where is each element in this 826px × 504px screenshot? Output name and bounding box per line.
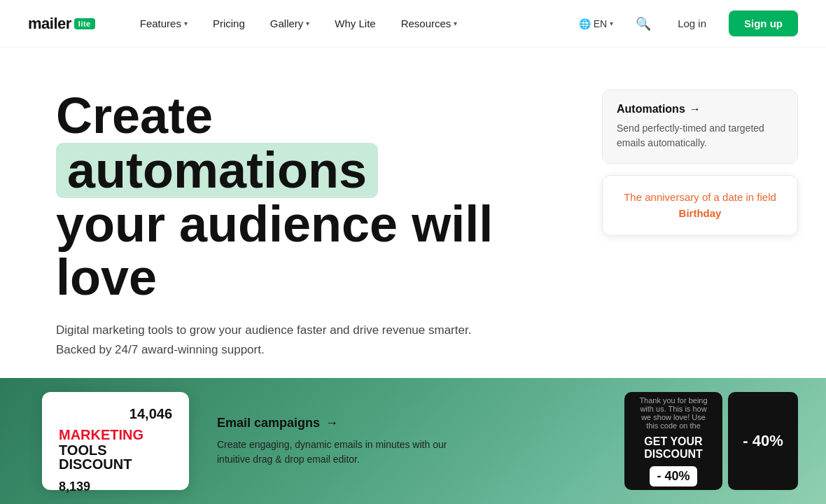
marketing-sublabel: TOOLS DISCOUNT [59,443,172,471]
campaigns-title-row: Email campaigns → [217,416,596,430]
discount-word: DISCOUNT [644,448,703,461]
marketing-number2: 8,139 [59,479,172,494]
nav-item-resources[interactable]: Resources ▾ [390,12,469,35]
discount-badge: - 40% [650,466,696,486]
globe-icon: 🌐 [579,18,591,29]
headline: Create automations your audience will lo… [56,90,532,304]
language-selector[interactable]: 🌐 EN ▾ [572,14,620,34]
discount-main-card: Thank you for being with us. This is how… [624,392,722,490]
campaigns-title: Email campaigns [217,416,320,430]
campaigns-section: Email campaigns → Create engaging, dynam… [189,378,624,504]
arrow-icon: → [690,103,701,115]
nav-links: Features ▾ Pricing Gallery ▾ Why Lite Re… [129,12,572,35]
birthday-card: The anniversary of a date in field Birth… [602,175,798,236]
signup-button[interactable]: Sign up [729,10,798,36]
marketing-number1: 14,046 [59,406,172,422]
nav-item-gallery[interactable]: Gallery ▾ [259,12,321,35]
nav-right: 🌐 EN ▾ 🔍 Log in Sign up [572,10,798,36]
birthday-field: Birthday [679,207,722,219]
bottom-section: 14,046 MARKETING TOOLS DISCOUNT 8,139 Em… [0,378,826,504]
marketing-card: 14,046 MARKETING TOOLS DISCOUNT 8,139 [42,392,189,490]
chevron-down-icon: ▾ [454,20,457,27]
marketing-label: MARKETING [59,428,172,442]
brand-name: mailer [28,15,71,33]
get-your-text: GET YOUR [644,435,702,448]
nav-item-pricing[interactable]: Pricing [202,12,256,35]
nav-item-why-lite[interactable]: Why Lite [323,12,386,35]
discount-cards: Thank you for being with us. This is how… [624,392,798,490]
chevron-down-icon: ▾ [306,20,309,27]
search-icon[interactable]: 🔍 [631,12,655,36]
chevron-down-icon: ▾ [184,20,188,27]
subtitle: Digital marketing tools to grow your aud… [56,321,490,358]
campaigns-description: Create engaging, dynamic emails in minut… [217,438,455,467]
discount-percent-card: - 40% [728,392,798,490]
logo[interactable]: mailer lite [28,15,95,33]
campaigns-arrow: → [326,416,338,430]
automations-description: Send perfectly-timed and targeted emails… [617,121,783,150]
birthday-text: The anniversary of a date in field Birth… [620,190,780,221]
discount-top-text: Thank you for being with us. This is how… [636,396,711,430]
floating-cards: Automations → Send perfectly-timed and t… [602,90,798,236]
login-button[interactable]: Log in [666,12,718,35]
automations-title: Automations [617,103,685,115]
automations-card: Automations → Send perfectly-timed and t… [602,90,798,164]
nav-item-features[interactable]: Features ▾ [129,12,199,35]
navbar: mailer lite Features ▾ Pricing Gallery ▾… [0,0,826,48]
card-title-row: Automations → [617,103,783,115]
chevron-down-icon: ▾ [610,20,613,27]
headline-highlight: automations [56,143,378,199]
brand-badge: lite [74,18,95,29]
